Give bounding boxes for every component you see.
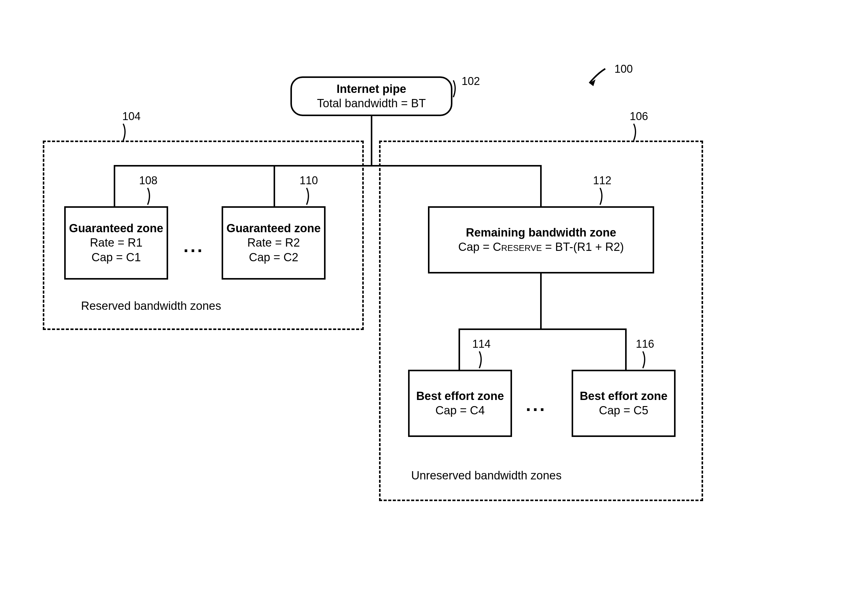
ref-tick-114 [478, 350, 494, 371]
ref-tick-104 [122, 122, 138, 142]
gz2-cap: Cap = C2 [249, 250, 298, 265]
root-title: Internet pipe [337, 82, 406, 96]
diagram-canvas: 100 Internet pipe Total bandwidth = BT 1… [0, 0, 855, 616]
ref-tick-112 [599, 186, 614, 208]
be2-cap: Cap = C5 [599, 404, 648, 418]
connector [458, 329, 627, 330]
best-effort-zone-2: Best effort zone Cap = C5 [572, 370, 676, 437]
remaining-title: Remaining bandwidth zone [466, 226, 616, 240]
be1-title: Best effort zone [416, 389, 504, 404]
be2-title: Best effort zone [579, 389, 667, 404]
ref-be2: 116 [636, 338, 654, 350]
gz1-rate: Rate = R1 [90, 235, 142, 250]
ref-figure: 100 [614, 63, 633, 75]
unreserved-caption: Unreserved bandwidth zones [411, 469, 562, 482]
ellipsis-icon: ... [184, 235, 204, 256]
gz1-title: Guaranteed zone [69, 221, 163, 236]
connector [540, 274, 542, 329]
best-effort-zone-1: Best effort zone Cap = C4 [408, 370, 512, 437]
remaining-cap-post: = BT-(R1 + R2) [542, 240, 624, 253]
guaranteed-zone-1: Guaranteed zone Rate = R1 Cap = C1 [64, 206, 168, 280]
gz1-cap: Cap = C1 [91, 250, 141, 265]
guaranteed-zone-2: Guaranteed zone Rate = R2 Cap = C2 [222, 206, 326, 280]
root-sub: Total bandwidth = BT [317, 96, 426, 111]
ref-unreserved-group: 106 [630, 110, 648, 123]
ref-remaining: 112 [593, 174, 611, 187]
remaining-cap-pre: Cap = C [458, 240, 501, 253]
connector [625, 329, 627, 370]
connector [458, 329, 460, 370]
be1-cap: Cap = C4 [435, 404, 485, 418]
ref-be1: 114 [472, 338, 490, 350]
ref-gz2: 110 [300, 174, 318, 187]
ellipsis-icon: ... [526, 394, 547, 415]
gz2-rate: Rate = R2 [247, 235, 300, 250]
root-internet-pipe: Internet pipe Total bandwidth = BT [290, 76, 452, 116]
remaining-cap-small: RESERVE [501, 243, 542, 253]
remaining-bandwidth-zone: Remaining bandwidth zone Cap = CRESERVE … [428, 206, 654, 274]
ref-root: 102 [461, 75, 480, 88]
ref-tick-110 [306, 186, 321, 208]
connector [371, 116, 372, 165]
ref-tick-116 [642, 350, 657, 371]
figure-arrow-icon [581, 64, 618, 92]
ref-reserved-group: 104 [122, 110, 141, 123]
ref-tick-108 [147, 186, 162, 208]
reserved-caption: Reserved bandwidth zones [81, 300, 221, 313]
gz2-title: Guaranteed zone [227, 221, 321, 236]
ref-gz1: 108 [139, 174, 158, 187]
ref-tick-106 [633, 122, 648, 142]
remaining-cap: Cap = CRESERVE = BT-(R1 + R2) [458, 240, 624, 255]
